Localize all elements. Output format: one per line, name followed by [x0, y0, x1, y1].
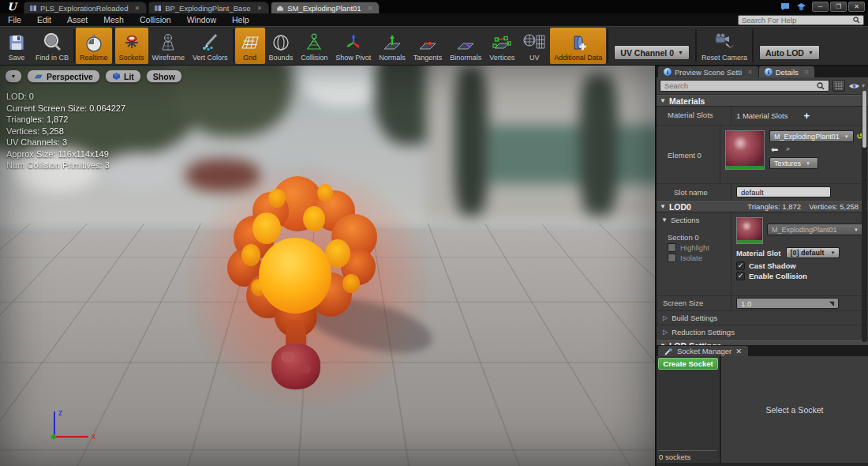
- editor-toolbar: Save Find in CB Realtime Sockets Wirefra…: [0, 26, 868, 66]
- grid-toggle[interactable]: Grid: [235, 28, 265, 64]
- show-dropdown[interactable]: Show: [146, 70, 182, 83]
- create-socket-button[interactable]: Create Socket: [658, 358, 718, 370]
- bounds-sphere-icon: [271, 32, 291, 54]
- uv-channel-dropdown[interactable]: UV Channel 0: [614, 45, 690, 60]
- lit-mode-dropdown[interactable]: Lit: [105, 70, 141, 83]
- details-scrollbar[interactable]: [862, 91, 867, 342]
- use-selected-asset-icon[interactable]: ⬅: [771, 145, 778, 155]
- axis-z-label: z: [58, 408, 62, 417]
- browse-to-asset-icon[interactable]: ⌕: [786, 145, 790, 155]
- close-icon[interactable]: ✕: [256, 5, 262, 12]
- normals-toggle[interactable]: Normals: [375, 28, 410, 64]
- tutorial-cap-icon[interactable]: [796, 2, 806, 11]
- perspective-dropdown[interactable]: Perspective: [27, 70, 100, 83]
- close-icon[interactable]: ✕: [804, 69, 810, 76]
- lod0-vertices-stat: Vertices: 5,258: [809, 202, 859, 211]
- slot-name-input[interactable]: default: [736, 186, 831, 197]
- show-pivot-toggle[interactable]: Show Pivot: [331, 28, 375, 64]
- details-search-input[interactable]: Search: [660, 80, 829, 92]
- sections-subheader[interactable]: ▼Sections: [657, 212, 731, 227]
- feedback-bubble-icon[interactable]: [780, 2, 791, 11]
- socket-manager-panel: Socket Manager ✕ Create Socket 0 sockets…: [655, 345, 868, 466]
- materials-section-header[interactable]: ▼ Materials: [657, 95, 868, 107]
- stat-triangles: Triangles: 1,872: [6, 114, 125, 126]
- cast-shadow-checkbox[interactable]: [736, 261, 745, 270]
- static-mesh-icon: [276, 5, 284, 12]
- section-material-dropdown[interactable]: M_ExplodingPlant01: [767, 224, 863, 235]
- asset-tab-bp-explodingplant-base[interactable]: BP_ExplodingPlant_Base ✕: [148, 2, 269, 13]
- vertices-toggle[interactable]: Vertices: [485, 28, 518, 64]
- viewport-toolbar-overlay: Perspective Lit Show: [5, 70, 182, 83]
- find-in-cb-button[interactable]: Find in CB: [32, 28, 73, 64]
- scrollbar-thumb[interactable]: [862, 91, 866, 148]
- details-search-row: Search: [657, 77, 868, 95]
- asset-tab-pls-explorationreloaded[interactable]: PLS_ExplorationReloaded ✕: [24, 2, 147, 13]
- save-button[interactable]: Save: [2, 28, 32, 64]
- menu-file[interactable]: File: [0, 15, 29, 24]
- highlight-checkbox[interactable]: [668, 243, 676, 252]
- view-options-button[interactable]: [848, 82, 865, 90]
- reduction-settings-row[interactable]: ▷Reduction Settings: [657, 325, 868, 340]
- close-button[interactable]: ✕: [848, 2, 865, 12]
- lod0-section-header[interactable]: ▼ LOD0 Triangles: 1,872 Vertices: 5,258: [657, 201, 868, 212]
- textures-dropdown[interactable]: Textures: [769, 157, 818, 169]
- viewport-options-dropdown[interactable]: [5, 70, 22, 83]
- additional-data-toggle[interactable]: Additional Data: [550, 28, 606, 64]
- isolate-checkbox[interactable]: [668, 254, 676, 262]
- collision-toggle[interactable]: Collision: [297, 28, 331, 64]
- menu-edit[interactable]: Edit: [29, 15, 59, 24]
- close-icon[interactable]: ✕: [134, 5, 140, 12]
- socket-count: 0 sockets: [658, 450, 716, 462]
- reset-camera-button[interactable]: Reset Camera: [698, 28, 751, 64]
- menu-asset[interactable]: Asset: [59, 15, 95, 24]
- material-slot-dropdown[interactable]: [0] default: [786, 247, 840, 258]
- magnifier-icon: [42, 32, 62, 54]
- material-slots-row: Material Slots 1 Material Slots +: [657, 107, 868, 126]
- wireframe-toggle[interactable]: Wireframe: [148, 28, 189, 64]
- info-icon: i: [765, 68, 773, 76]
- close-icon[interactable]: ✕: [747, 69, 753, 76]
- enable-collision-checkbox[interactable]: [736, 272, 745, 280]
- binormals-toggle[interactable]: Binormals: [446, 28, 485, 64]
- asset-tab-sm-explodingplant01[interactable]: SM_ExplodingPlant01 ✕: [271, 2, 380, 13]
- close-icon[interactable]: ✕: [368, 5, 373, 12]
- tab-label: BP_ExplodingPlant_Base: [165, 4, 250, 13]
- menu-window[interactable]: Window: [179, 15, 224, 24]
- minimize-button[interactable]: ─: [812, 2, 829, 12]
- build-settings-row[interactable]: ▷Build Settings: [657, 311, 868, 325]
- vert-colors-toggle[interactable]: Vert Colors: [189, 28, 232, 64]
- uv-sphere-grid-icon: [522, 32, 546, 54]
- socket-manager-tab-bar: Socket Manager ✕: [657, 345, 868, 356]
- socket-icon: [122, 32, 142, 54]
- lit-cube-icon: [112, 72, 121, 81]
- menu-mesh[interactable]: Mesh: [95, 15, 132, 24]
- add-material-slot-button[interactable]: +: [803, 110, 810, 122]
- tab-label: SM_ExplodingPlant01: [287, 4, 361, 13]
- tab-socket-manager[interactable]: Socket Manager ✕: [658, 346, 748, 356]
- maximize-button[interactable]: ❐: [830, 2, 847, 12]
- realtime-toggle[interactable]: Realtime: [76, 28, 112, 64]
- section-material-thumbnail[interactable]: [736, 217, 763, 244]
- search-icon: [853, 17, 860, 24]
- display-filter-button[interactable]: [832, 80, 845, 92]
- tab-preview-scene-settings[interactable]: i Preview Scene Setti ✕: [658, 66, 758, 77]
- eye-icon: [848, 82, 860, 90]
- help-search-input[interactable]: Search For Help: [738, 15, 864, 25]
- tab-details[interactable]: i Details ✕: [759, 66, 815, 77]
- isolate-label: Isolate: [680, 254, 702, 262]
- material-slots-value: 1 Material Slots: [736, 111, 788, 120]
- bounds-toggle[interactable]: Bounds: [265, 28, 297, 64]
- material-asset-dropdown[interactable]: M_ExplodingPlant01: [769, 130, 854, 142]
- 3d-viewport[interactable]: Perspective Lit Show LOD: 0 Current Scre…: [0, 66, 655, 466]
- menu-help[interactable]: Help: [224, 15, 257, 24]
- auto-lod-dropdown[interactable]: Auto LOD: [759, 45, 820, 60]
- uv-toggle[interactable]: UV: [518, 28, 550, 64]
- tangents-toggle[interactable]: Tangents: [410, 28, 447, 64]
- sockets-toggle[interactable]: Sockets: [115, 28, 148, 64]
- material-thumbnail[interactable]: [725, 130, 765, 170]
- stat-approx-size: Approx Size: 116x114x149: [6, 148, 125, 160]
- stopwatch-icon: [84, 32, 103, 54]
- normals-arrow-icon: [381, 32, 403, 54]
- menu-collision[interactable]: Collision: [132, 15, 179, 24]
- close-icon[interactable]: ✕: [735, 347, 742, 355]
